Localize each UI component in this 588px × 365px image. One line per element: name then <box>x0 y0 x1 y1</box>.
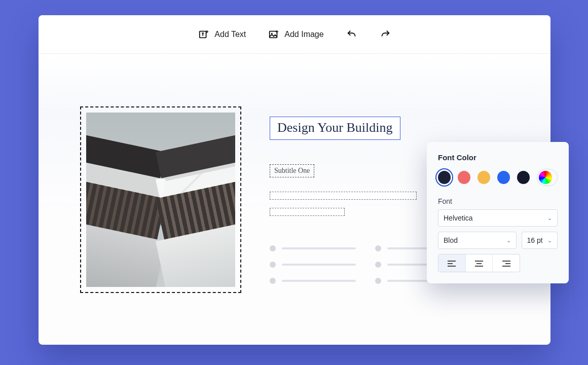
undo-button[interactable] <box>346 29 357 40</box>
font-weight-select[interactable]: Blod ⌄ <box>438 232 517 249</box>
text-align-group <box>438 254 520 272</box>
body-placeholder-line[interactable] <box>270 208 345 216</box>
align-center-button[interactable] <box>466 254 493 272</box>
image-placeholder[interactable] <box>80 106 241 293</box>
color-picker-button[interactable] <box>537 169 558 186</box>
add-image-button[interactable]: Add Image <box>268 29 323 40</box>
toolbar: Add Text Add Image <box>39 15 550 54</box>
add-text-label: Add Text <box>214 30 246 39</box>
font-family-value: Helvetica <box>444 214 473 222</box>
rainbow-icon <box>539 171 552 184</box>
redo-button[interactable] <box>380 29 391 40</box>
subtitle-text[interactable]: Subtitle One <box>270 164 314 177</box>
align-left-icon <box>448 260 456 266</box>
building-image <box>86 113 235 287</box>
list-item[interactable] <box>270 245 356 251</box>
color-swatches <box>438 169 558 186</box>
align-left-button[interactable] <box>438 254 466 272</box>
align-right-icon <box>502 260 510 266</box>
font-panel: Font Color Font Helvetica ⌄ Blod ⌄ 16 pt… <box>427 142 569 283</box>
body-placeholder-line[interactable] <box>270 192 417 200</box>
font-size-select[interactable]: 16 pt ⌄ <box>522 232 558 249</box>
align-center-icon <box>475 260 483 266</box>
list-item[interactable] <box>270 262 356 268</box>
bullet-column <box>270 245 356 294</box>
font-family-select[interactable]: Helvetica ⌄ <box>438 209 558 227</box>
add-text-icon <box>198 29 209 40</box>
chevron-down-icon: ⌄ <box>547 215 552 222</box>
title-text[interactable]: Design Your Building <box>270 117 400 140</box>
color-swatch-dark[interactable] <box>517 171 530 184</box>
font-size-value: 16 pt <box>527 236 543 244</box>
color-swatch-blue[interactable] <box>497 171 510 184</box>
font-weight-value: Blod <box>444 236 458 244</box>
font-section-label: Font <box>438 197 558 205</box>
add-image-icon <box>268 29 279 40</box>
list-item[interactable] <box>270 278 356 284</box>
color-swatch-navy[interactable] <box>438 171 451 184</box>
color-swatch-amber[interactable] <box>477 171 490 184</box>
chevron-down-icon: ⌄ <box>547 237 552 244</box>
align-right-button[interactable] <box>493 254 520 272</box>
add-text-button[interactable]: Add Text <box>198 29 246 40</box>
font-color-label: Font Color <box>438 153 558 162</box>
add-image-label: Add Image <box>284 30 323 39</box>
chevron-down-icon: ⌄ <box>506 237 511 244</box>
color-swatch-coral[interactable] <box>458 171 470 184</box>
svg-rect-1 <box>270 31 277 38</box>
